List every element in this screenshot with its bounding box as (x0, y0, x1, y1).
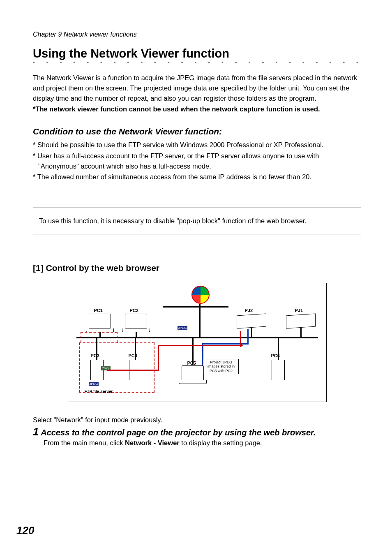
label-pc5: PC5 (187, 361, 196, 365)
step-1-body: From the main menu, click Network - View… (33, 439, 361, 447)
decorative-dots: • • • • • • • • • • • • • • • • • • • • … (33, 61, 361, 65)
pc1-icon (89, 314, 111, 328)
speech-bubble: Project JPEG images stored in PC3 with P… (204, 359, 239, 374)
section-1-heading: [1] Control by the web browser (33, 263, 361, 273)
stem-pc4 (135, 338, 136, 360)
blue-line-v (202, 343, 203, 365)
label-pj1: PJ1 (295, 308, 303, 313)
pc5-icon (182, 365, 204, 380)
stem-pc5 (192, 338, 194, 365)
pretext-line: Select "Network" for input mode previous… (33, 416, 361, 424)
red-line-4 (240, 331, 241, 346)
label-pc1: PC1 (94, 308, 103, 313)
pj2-icon (237, 313, 266, 328)
label-pc4: PC4 (129, 353, 137, 358)
globe-icon (191, 286, 210, 304)
stem-pc6 (278, 338, 279, 360)
globe-arc (163, 306, 228, 308)
pc6-icon (272, 360, 285, 380)
popup-block-notice: To use this function, it is necessary to… (33, 208, 361, 234)
step-1-body-a: From the main menu, click (44, 439, 125, 446)
intro-paragraph: The Network Viewer is a function to acqu… (33, 73, 361, 103)
step-1-number: 1 (33, 426, 39, 438)
notice-text: To use this function, it is necessary to… (39, 217, 307, 224)
speech-line-2: images stored in (208, 364, 235, 368)
jpeg-badge-top: JPEG (178, 326, 188, 330)
stem-pj2 (251, 327, 252, 337)
red-line-2 (158, 345, 159, 371)
red-line-1 (107, 370, 159, 371)
condition-3: * The allowed number of simultaneous acc… (33, 172, 361, 182)
stem-pc2 (136, 332, 137, 337)
ftp-label: FTP file server (85, 389, 113, 394)
label-pc2: PC2 (130, 308, 138, 313)
conditions-heading: Condition to use the Network Viewer func… (33, 127, 361, 136)
pc2-icon (125, 314, 147, 328)
speech-line-3: PC3 with PC2 (210, 369, 233, 373)
step-1-title: Access to the control page on the projec… (41, 428, 316, 437)
chapter-header: Chapter 9 Network viewer functions (33, 31, 361, 41)
speech-line-1: Project JPEG (210, 360, 232, 364)
page-number: 120 (16, 524, 34, 537)
pj1-icon (286, 313, 316, 328)
condition-1: * Should be possible to use the FTP serv… (33, 140, 361, 150)
ftp-dashed-tab (81, 332, 118, 342)
network-diagram: PC1 PC2 PJ2 PJ1 JPEG PC3 Prog. J (68, 283, 327, 402)
intro-warning: *The network viewer function cannot be u… (33, 104, 361, 114)
stem-pc3 (96, 338, 97, 360)
step-1-heading: 1 Access to the control page on the proj… (33, 426, 361, 438)
label-pj2: PJ2 (245, 308, 253, 313)
stem-pj1 (300, 327, 302, 337)
condition-2: * User has a full-access account to the … (33, 151, 361, 171)
step-1-body-b: Network - Viewer (125, 439, 180, 446)
step-1-body-c: to display the setting page. (180, 439, 262, 446)
jpeg-badge-pc3: JPEG (89, 382, 99, 386)
label-pc3: PC3 (91, 353, 99, 358)
blue-line-up (247, 329, 249, 345)
red-line-3 (158, 345, 240, 346)
stem-globe (199, 304, 201, 337)
page-title: Using the Network Viewer function (33, 47, 361, 60)
